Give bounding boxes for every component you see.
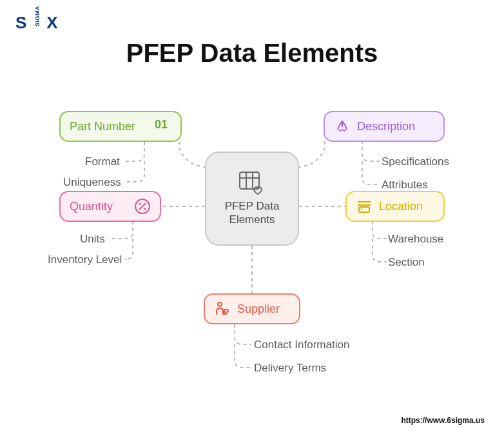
percent-circle-icon bbox=[134, 198, 151, 215]
sub-item: Units bbox=[80, 233, 105, 246]
branch-label: Part Number bbox=[70, 120, 135, 133]
sub-item: Section bbox=[388, 256, 425, 269]
branch-label: Supplier bbox=[237, 302, 280, 316]
center-label: PFEP Data Elements bbox=[225, 199, 280, 227]
branch-quantity: Quantity bbox=[59, 191, 161, 222]
branch-label: Quantity bbox=[70, 200, 113, 213]
svg-point-8 bbox=[218, 302, 222, 306]
svg-rect-0 bbox=[240, 172, 259, 189]
branch-supplier: Supplier bbox=[204, 293, 300, 324]
branch-description: Description bbox=[324, 111, 445, 142]
sub-item: Attributes bbox=[382, 179, 428, 192]
satellite-icon bbox=[334, 118, 351, 135]
svg-point-7 bbox=[144, 208, 146, 210]
branch-label: Location bbox=[379, 200, 423, 213]
svg-point-6 bbox=[139, 202, 141, 204]
branch-part-number: Part Number 01 bbox=[59, 111, 182, 142]
sub-item: Warehouse bbox=[388, 233, 443, 246]
sub-item: Specifications bbox=[382, 155, 449, 168]
person-puzzle-icon bbox=[214, 300, 231, 317]
center-node: PFEP Data Elements bbox=[205, 152, 299, 246]
branch-location: Location bbox=[345, 191, 445, 222]
sub-item: Format bbox=[85, 155, 120, 168]
branch-label: Description bbox=[357, 120, 415, 133]
sub-item: Contact Information bbox=[254, 339, 349, 351]
table-heart-icon bbox=[238, 171, 266, 195]
sub-item: Delivery Terms bbox=[254, 362, 326, 375]
number-01-icon: 01 bbox=[155, 118, 171, 135]
svg-rect-11 bbox=[359, 207, 369, 212]
sub-item: Inventory Level bbox=[48, 253, 122, 266]
footer-url: https://www.6sigma.us bbox=[401, 416, 485, 425]
svg-point-13 bbox=[341, 121, 344, 123]
sub-item: Uniqueness bbox=[63, 176, 121, 189]
store-icon bbox=[356, 198, 373, 215]
